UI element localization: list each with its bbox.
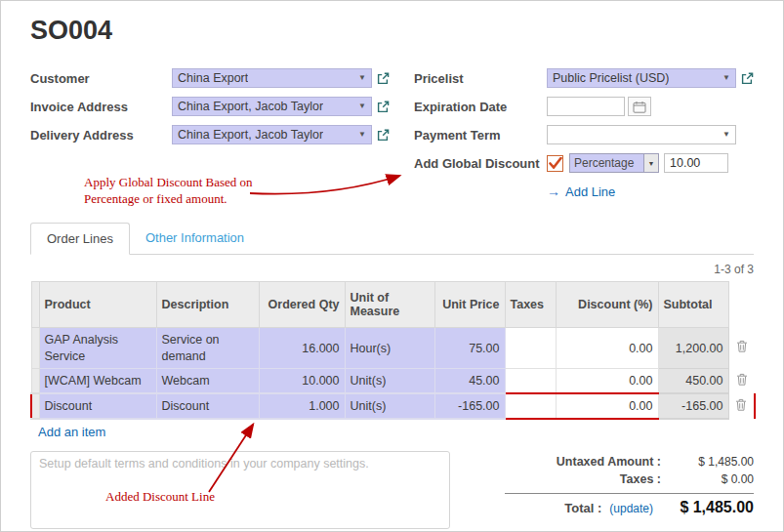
terms-and-conditions-textarea[interactable] [30, 451, 450, 529]
cell-subtotal[interactable]: -165.00 [658, 393, 728, 419]
cell-unit-of-measure[interactable]: Unit(s) [345, 393, 434, 419]
col-header-description[interactable]: Description [156, 282, 259, 328]
cell-taxes[interactable] [505, 393, 556, 419]
notebook-tabs: Order Lines Other Information [30, 223, 754, 255]
table-row[interactable]: [WCAM] Webcam Webcam 10.000 Unit(s) 45.0… [31, 368, 755, 393]
chevron-down-icon[interactable]: ▼ [354, 102, 366, 110]
delete-row-cell[interactable] [728, 328, 755, 369]
cell-unit-of-measure[interactable]: Unit(s) [345, 368, 434, 393]
global-discount-row: Add Global Discount Percentage ▼ [414, 152, 754, 174]
taxes-value: $ 0.00 [661, 472, 754, 486]
cell-discount[interactable]: 0.00 [556, 328, 658, 369]
chevron-down-icon[interactable]: ▼ [719, 131, 730, 139]
cell-discount[interactable]: 0.00 [556, 368, 658, 393]
chevron-down-icon[interactable]: ▼ [354, 131, 366, 139]
customer-field[interactable]: China Export ▼ [172, 68, 372, 88]
cell-description[interactable]: Discount [156, 393, 259, 419]
cell-product[interactable]: GAP Analysis Service [39, 328, 156, 369]
col-header-taxes[interactable]: Taxes [505, 282, 556, 328]
col-header-subtotal[interactable]: Subtotal [658, 282, 728, 328]
cell-product[interactable]: Discount [39, 393, 156, 419]
row-handle[interactable] [31, 368, 39, 393]
delivery-address-label: Delivery Address [30, 128, 172, 143]
col-header-discount[interactable]: Discount (%) [556, 282, 658, 328]
sales-order-page: SO004 Customer China Export ▼ Invoice Ad… [0, 0, 784, 532]
cell-description[interactable]: Service on demand [156, 328, 259, 369]
pricelist-label: Pricelist [414, 71, 547, 86]
row-handle[interactable] [31, 328, 39, 369]
cell-ordered-qty[interactable]: 10.000 [259, 368, 345, 393]
col-header-unit-of-measure[interactable]: Unit of Measure [345, 282, 434, 328]
delete-row-cell[interactable] [728, 393, 755, 419]
col-header-product[interactable]: Product [39, 282, 156, 328]
cell-ordered-qty[interactable]: 1.000 [259, 393, 345, 419]
table-row-discount-highlighted[interactable]: Discount Discount 1.000 Unit(s) -165.00 … [31, 393, 755, 419]
expiration-date-label: Expiration Date [414, 100, 547, 114]
untaxed-amount-row: Untaxed Amount : $ 1,485.00 [505, 453, 754, 471]
total-row: Total : (update) $ 1,485.00 [505, 497, 754, 518]
handle-column-header [31, 282, 39, 328]
tab-other-information[interactable]: Other Information [130, 223, 260, 254]
col-header-ordered-qty[interactable]: Ordered Qty [259, 282, 345, 328]
global-discount-checkbox[interactable] [547, 155, 563, 172]
delivery-address-field[interactable]: China Export, Jacob Taylor ▼ [172, 125, 372, 144]
col-header-unit-price[interactable]: Unit Price [434, 282, 505, 328]
cell-taxes[interactable] [505, 328, 556, 369]
cell-subtotal[interactable]: 1,200.00 [658, 328, 728, 369]
order-form: Customer China Export ▼ Invoice Address … [30, 67, 754, 209]
discount-type-select[interactable]: Percentage ▼ [569, 153, 659, 173]
untaxed-amount-value: $ 1,485.00 [661, 455, 754, 469]
taxes-row: Taxes : $ 0.00 [505, 471, 754, 488]
tab-order-lines[interactable]: Order Lines [30, 223, 130, 255]
delivery-address-value: China Export, Jacob Taylor [178, 128, 323, 142]
discount-type-value: Percentage [570, 156, 643, 170]
pricelist-value: Public Pricelist (USD) [553, 71, 669, 85]
external-link-icon[interactable] [377, 101, 390, 113]
order-lines-table: Product Description Ordered Qty Unit of … [30, 281, 756, 420]
trash-icon[interactable] [735, 398, 747, 411]
delete-column-header [728, 282, 755, 328]
cell-unit-of-measure[interactable]: Hour(s) [345, 328, 434, 369]
customer-row: Customer China Export ▼ [30, 67, 414, 89]
payment-term-label: Payment Term [414, 128, 547, 143]
chevron-down-icon[interactable]: ▼ [643, 154, 658, 172]
external-link-icon[interactable] [377, 72, 390, 85]
cell-unit-price[interactable]: 45.00 [434, 368, 505, 393]
update-total-link[interactable]: (update) [609, 502, 653, 515]
discount-amount-input[interactable] [664, 153, 728, 173]
calendar-icon[interactable] [628, 97, 651, 116]
table-row[interactable]: GAP Analysis Service Service on demand 1… [31, 328, 755, 369]
expiration-date-input[interactable] [547, 97, 625, 116]
cell-subtotal[interactable]: 450.00 [658, 368, 728, 393]
footer-section: Untaxed Amount : $ 1,485.00 Taxes : $ 0.… [30, 451, 754, 529]
pricelist-field[interactable]: Public Pricelist (USD) ▼ [547, 68, 736, 88]
cell-unit-price[interactable]: 75.00 [434, 328, 505, 369]
trash-icon[interactable] [736, 340, 748, 352]
trash-icon[interactable] [736, 373, 748, 386]
form-right-column: Pricelist Public Pricelist (USD) ▼ Expir… [414, 67, 754, 209]
chevron-down-icon[interactable]: ▼ [719, 74, 730, 82]
invoice-address-row: Invoice Address China Export, Jacob Tayl… [30, 96, 414, 117]
cell-ordered-qty[interactable]: 16.000 [259, 328, 345, 369]
external-link-icon[interactable] [377, 129, 390, 142]
delete-row-cell[interactable] [728, 368, 755, 393]
invoice-address-label: Invoice Address [30, 100, 172, 114]
payment-term-select[interactable]: ▼ [547, 125, 736, 144]
chevron-down-icon[interactable]: ▼ [354, 74, 366, 82]
cell-unit-price[interactable]: -165.00 [434, 393, 505, 419]
cell-taxes[interactable] [505, 368, 556, 393]
add-an-item-link[interactable]: Add an item [38, 425, 105, 439]
invoice-address-field[interactable]: China Export, Jacob Taylor ▼ [172, 97, 372, 116]
taxes-label: Taxes : [505, 472, 661, 486]
external-link-icon[interactable] [741, 72, 754, 85]
amounts-summary: Untaxed Amount : $ 1,485.00 Taxes : $ 0.… [505, 451, 754, 529]
pager: 1-3 of 3 [30, 263, 754, 276]
add-line-arrow-icon: → [547, 184, 560, 199]
cell-description[interactable]: Webcam [156, 368, 259, 393]
row-handle[interactable] [31, 393, 39, 419]
table-header-row: Product Description Ordered Qty Unit of … [31, 282, 755, 328]
add-line-link[interactable]: Add Line [565, 184, 615, 199]
cell-discount[interactable]: 0.00 [556, 393, 658, 419]
cell-product[interactable]: [WCAM] Webcam [39, 368, 156, 393]
total-divider [505, 493, 754, 494]
